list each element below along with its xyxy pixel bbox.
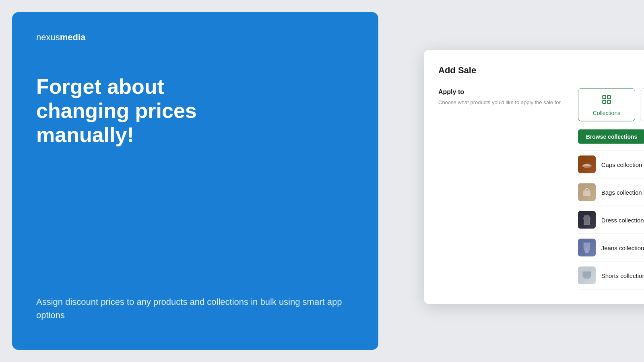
modal-right: Collections Products: [578, 88, 644, 290]
hero-line2: changing prices: [36, 99, 197, 122]
collection-thumb-jeans: [578, 239, 596, 257]
hero-line3: manually!: [36, 123, 134, 146]
collection-name-shorts: Shorts collection #1: [601, 272, 644, 279]
svg-rect-3: [607, 101, 611, 104]
svg-rect-6: [583, 191, 590, 196]
svg-rect-2: [603, 101, 606, 104]
apply-to-heading: Apply to: [438, 88, 562, 96]
collection-thumb-dress: [578, 211, 596, 229]
logo-bold: media: [60, 32, 86, 42]
svg-rect-0: [603, 96, 606, 99]
collection-item: Caps collection #1 🗑 Delete: [578, 151, 644, 179]
hero-line1: Forget about: [36, 75, 164, 98]
apply-to-section: Apply to Choose what products you'd like…: [438, 88, 562, 290]
collection-thumb-shorts: [578, 267, 596, 284]
collections-icon: [601, 95, 612, 107]
collection-item: Jeans collection #2 🗑 Delete: [578, 234, 644, 262]
tab-collections[interactable]: Collections: [578, 88, 635, 121]
collection-item: Shorts collection #1 🗑 Delete: [578, 262, 644, 290]
modal-area: Add Sale Cancel Save Apply to Choose wha…: [287, 54, 637, 308]
modal-title: Add Sale: [438, 65, 476, 75]
tab-group: Collections Products: [578, 88, 644, 121]
apply-to-description: Choose what products you'd like to apply…: [438, 99, 562, 106]
collection-name-caps: Caps collection #1: [601, 161, 644, 168]
collection-item: Bags collection #2 🗑 Delete: [578, 179, 644, 206]
collection-thumb-caps: [578, 156, 596, 173]
svg-rect-1: [607, 96, 611, 99]
collection-thumb-bags: [578, 183, 596, 201]
modal-header: Add Sale Cancel Save: [438, 63, 644, 77]
logo-normal: nexus: [36, 32, 60, 42]
collection-item: Dress collection #1 🗑 Delete: [578, 206, 644, 234]
collection-name-dress: Dress collection #1: [601, 216, 644, 223]
collection-name-bags: Bags collection #2: [601, 189, 644, 195]
tab-collections-label: Collections: [593, 110, 620, 116]
add-sale-modal: Add Sale Cancel Save Apply to Choose wha…: [424, 50, 644, 304]
tab-products[interactable]: Products: [640, 88, 644, 121]
collection-name-jeans: Jeans collection #2: [601, 244, 644, 251]
modal-body: Apply to Choose what products you'd like…: [438, 88, 644, 290]
collection-list: Caps collection #1 🗑 Delete: [578, 150, 644, 290]
logo: nexusmedia: [36, 32, 354, 43]
browse-collections-button[interactable]: Browse collections: [578, 130, 644, 144]
